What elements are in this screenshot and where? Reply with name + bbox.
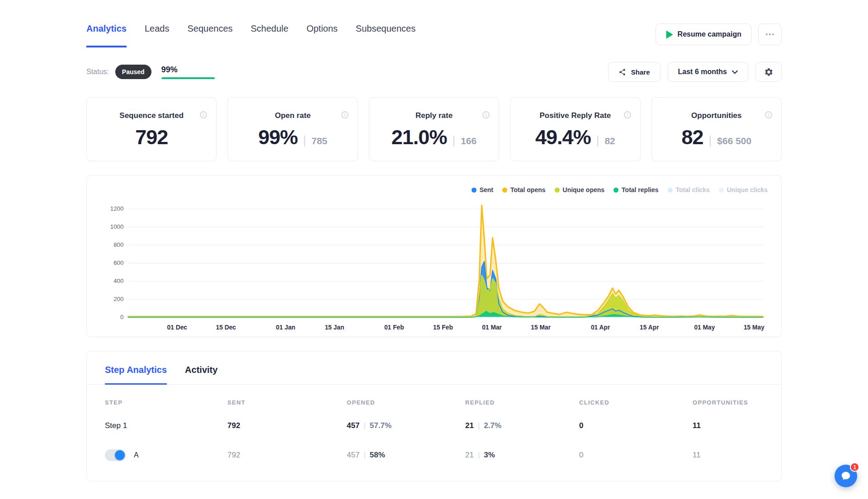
sent-value: 792 <box>227 451 240 459</box>
column-header-opportunities: OPPORTUNITIES <box>693 399 763 406</box>
svg-text:01 Dec: 01 Dec <box>167 324 187 331</box>
status-actions: Share Last 6 months <box>608 62 782 82</box>
column-header-opened: OPENED <box>347 399 465 406</box>
play-icon <box>666 31 673 38</box>
tab-schedule[interactable]: Schedule <box>251 24 288 47</box>
opened-value: 457 <box>347 451 359 459</box>
more-options-button[interactable] <box>758 24 782 45</box>
step-label: Step 1 <box>105 421 127 430</box>
gear-icon <box>764 67 774 77</box>
chevron-down-icon <box>732 70 738 74</box>
svg-text:15 Apr: 15 Apr <box>640 324 659 331</box>
legend-dot <box>555 188 560 193</box>
svg-text:800: 800 <box>113 241 123 248</box>
legend-item[interactable]: Total replies <box>613 186 658 193</box>
date-range-label: Last 6 months <box>678 68 727 76</box>
tab-step-analytics[interactable]: Step Analytics <box>105 365 167 385</box>
info-icon[interactable] <box>765 111 772 118</box>
tab-activity[interactable]: Activity <box>185 365 217 384</box>
resume-campaign-button[interactable]: Resume campaign <box>656 24 752 45</box>
share-button[interactable]: Share <box>608 62 660 82</box>
clicked-value: 0 <box>579 421 583 430</box>
legend-dot <box>502 188 507 193</box>
legend-item[interactable]: Unique opens <box>555 186 605 193</box>
stat-card-title: Reply rate <box>379 111 489 120</box>
svg-text:15 Dec: 15 Dec <box>216 324 236 331</box>
variant-toggle[interactable] <box>105 449 126 461</box>
chat-bubble-icon <box>840 470 852 482</box>
stat-card-value: 99% <box>258 126 297 149</box>
replied-value: 21 <box>465 421 474 430</box>
svg-text:01 Apr: 01 Apr <box>591 324 610 331</box>
settings-button[interactable] <box>755 62 782 82</box>
step-analytics-card: Step Analytics Activity STEP SENT OPENED… <box>86 351 782 481</box>
info-icon[interactable] <box>624 111 631 118</box>
pipe-divider: | <box>363 451 365 459</box>
svg-text:15 Feb: 15 Feb <box>433 324 453 331</box>
status-badge: Paused <box>115 65 151 79</box>
status-row: Status: Paused 99% Share Last 6 months <box>86 62 782 82</box>
stat-card-secondary: $66 500 <box>717 136 751 146</box>
stat-card-secondary: 82 <box>604 136 615 146</box>
timeseries-chart[interactable]: 02004006008001000120001 Dec15 Dec01 Jan1… <box>98 194 770 333</box>
stat-card-title: Positive Reply Rate <box>520 111 630 120</box>
share-label: Share <box>631 68 650 76</box>
pipe-divider: | <box>478 451 480 459</box>
stat-card-divider: | <box>303 133 306 147</box>
svg-text:01 Jan: 01 Jan <box>276 324 295 331</box>
svg-text:0: 0 <box>120 314 123 320</box>
tab-sequences[interactable]: Sequences <box>187 24 232 47</box>
tab-subsequences[interactable]: Subsequences <box>356 24 415 47</box>
legend-dot <box>668 188 673 193</box>
table-row-step-1[interactable]: Step 1 792 457|57.7% 21|2.7% 0 11 <box>87 421 781 430</box>
topbar-actions: Resume campaign <box>656 24 782 45</box>
opened-value: 457 <box>347 421 359 430</box>
column-header-sent: SENT <box>227 399 347 406</box>
pipe-divider: | <box>478 421 480 430</box>
stat-card-value: 49.4% <box>535 126 591 149</box>
main-tabs: Analytics Leads Sequences Schedule Optio… <box>86 24 415 47</box>
stat-card-secondary: 166 <box>461 136 476 146</box>
info-icon[interactable] <box>200 111 207 118</box>
legend-item[interactable]: Unique clicks <box>719 186 768 193</box>
topbar: Analytics Leads Sequences Schedule Optio… <box>86 24 782 47</box>
replied-percent: 3% <box>484 451 495 459</box>
legend-dot <box>719 188 724 193</box>
status-label: Status: <box>86 68 109 76</box>
chart-legend: SentTotal opensUnique opensTotal replies… <box>98 183 770 193</box>
chat-unread-badge: 1 <box>850 462 859 472</box>
info-icon[interactable] <box>341 111 349 118</box>
svg-text:400: 400 <box>113 278 123 284</box>
resume-campaign-label: Resume campaign <box>678 30 741 38</box>
tab-options[interactable]: Options <box>307 24 338 47</box>
status-progress-fill <box>161 77 215 79</box>
info-icon[interactable] <box>482 111 490 118</box>
column-header-replied: REPLIED <box>465 399 579 406</box>
svg-text:01 May: 01 May <box>694 324 715 331</box>
svg-text:1000: 1000 <box>110 223 124 230</box>
stat-card-divider: | <box>709 133 712 147</box>
tab-analytics[interactable]: Analytics <box>86 24 127 47</box>
svg-text:01 Feb: 01 Feb <box>384 324 404 331</box>
legend-item[interactable]: Total opens <box>502 186 546 193</box>
replied-value: 21 <box>465 451 474 459</box>
table-row-variant-a: A 792 457|58% 21|3% 0 11 <box>87 449 781 461</box>
clicked-value: 0 <box>579 451 583 459</box>
share-icon <box>618 68 626 76</box>
stat-card-positive-reply-rate: Positive Reply Rate 49.4% | 82 <box>510 97 640 161</box>
svg-text:200: 200 <box>113 296 123 302</box>
chat-launcher-button[interactable]: 1 <box>835 465 857 487</box>
stat-card-open-rate: Open rate 99% | 785 <box>227 97 358 161</box>
tab-leads[interactable]: Leads <box>145 24 170 47</box>
legend-item[interactable]: Total clicks <box>668 186 710 193</box>
svg-text:01 Mar: 01 Mar <box>482 324 502 331</box>
progress-track <box>161 77 216 79</box>
date-range-dropdown[interactable]: Last 6 months <box>668 62 748 82</box>
progress-percent: 99% <box>161 65 216 75</box>
svg-text:1200: 1200 <box>110 205 124 212</box>
stat-cards-row: Sequence started 792 Open rate 99% | 785 <box>86 97 782 161</box>
legend-item[interactable]: Sent <box>472 186 493 193</box>
opportunities-value: 11 <box>693 451 701 459</box>
campaign-analytics-page: Analytics Leads Sequences Schedule Optio… <box>86 0 782 481</box>
legend-dot <box>613 188 618 193</box>
